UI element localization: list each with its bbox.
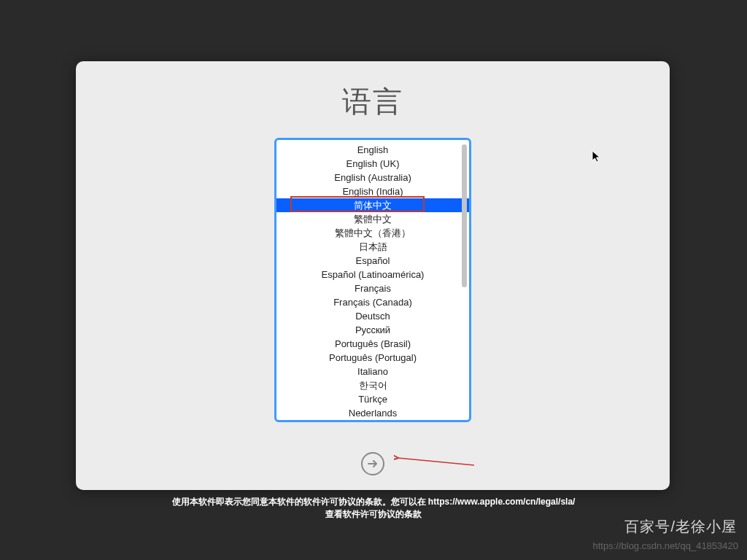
language-option[interactable]: 한국어 [276, 378, 469, 392]
setup-panel: 语言 EnglishEnglish (UK)English (Australia… [76, 61, 670, 490]
language-option[interactable]: Português (Portugal) [276, 351, 469, 365]
language-option[interactable]: Português (Brasil) [276, 337, 469, 351]
footer-text-1: 使用本软件即表示您同意本软件的软件许可协议的条款。您可以在 [172, 497, 428, 507]
license-link[interactable]: https://www.apple.com/cn/legal/sla/ [428, 497, 576, 507]
language-option[interactable]: 繁體中文（香港） [276, 226, 469, 240]
watermark-url: https://blog.csdn.net/qq_41853420 [593, 540, 739, 551]
language-option[interactable]: Español [276, 254, 469, 268]
language-option[interactable]: Français (Canada) [276, 295, 469, 309]
language-option[interactable]: Русский [276, 323, 469, 337]
page-title: 语言 [76, 82, 670, 122]
language-option[interactable]: Nederlands [276, 406, 469, 417]
language-option[interactable]: English [276, 143, 469, 157]
language-option[interactable]: Deutsch [276, 309, 469, 323]
language-option[interactable]: 繁體中文 [276, 212, 469, 226]
language-option[interactable]: Italiano [276, 365, 469, 378]
language-option[interactable]: Français [276, 281, 469, 295]
scrollbar-thumb[interactable] [462, 144, 467, 287]
language-option[interactable]: English (UK) [276, 157, 469, 171]
language-option[interactable]: English (Australia) [276, 171, 469, 184]
language-listbox[interactable]: EnglishEnglish (UK)English (Australia)En… [274, 138, 471, 422]
language-option[interactable]: 简体中文 [276, 198, 469, 212]
arrow-right-icon [367, 458, 379, 470]
next-button[interactable] [361, 452, 384, 475]
language-option[interactable]: 日本語 [276, 240, 469, 254]
language-option[interactable]: Türkçe [276, 392, 469, 406]
watermark-author: 百家号/老徐小屋 [624, 517, 737, 537]
language-option[interactable]: Español (Latinoamérica) [276, 268, 469, 281]
language-option[interactable]: English (India) [276, 184, 469, 198]
